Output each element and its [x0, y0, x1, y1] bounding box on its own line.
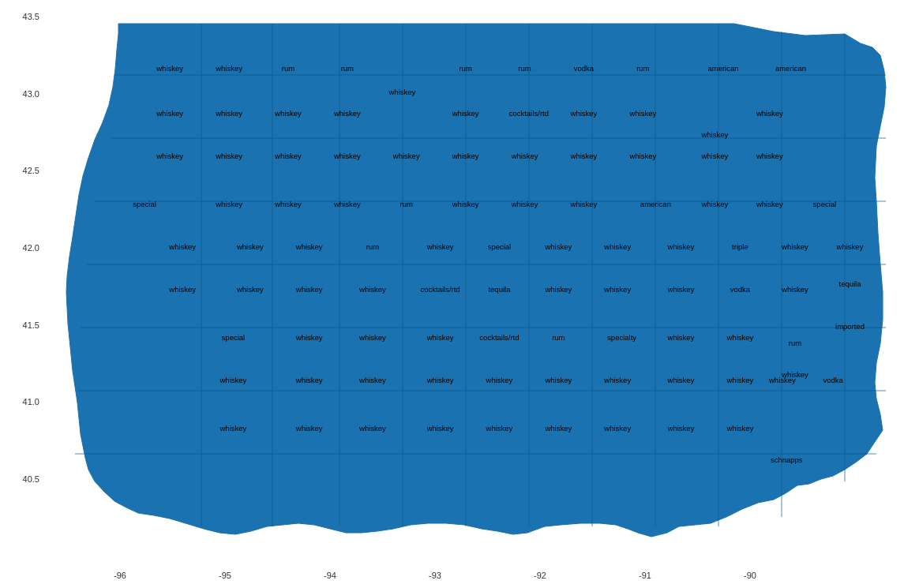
chart-container: 43.5 43.0 42.5 42.0 41.5 41.0 40.5: [0, 0, 904, 588]
county-label: special: [133, 200, 156, 208]
county-label: whiskey: [512, 152, 538, 160]
county-label: tequila: [488, 285, 510, 294]
county-label: rum: [552, 332, 565, 341]
county-label: whiskey: [629, 152, 656, 160]
county-label: whiskey: [237, 242, 264, 251]
county-label: imported: [835, 322, 865, 331]
county-label: whiskey: [359, 332, 386, 341]
map-area: whiskeywhiskeyrumrumrumrumvodkarumameric…: [47, 12, 892, 545]
county-label: whiskey: [726, 375, 753, 384]
county-label: special: [488, 242, 512, 251]
x-label-96: -96: [114, 571, 126, 580]
county-label: whiskey: [452, 200, 479, 208]
county-label: rum: [341, 63, 354, 72]
labels-container: whiskeywhiskeyrumrumrumrumvodkarumameric…: [47, 12, 892, 545]
county-label: whiskey: [571, 200, 598, 208]
county-label: whiskey: [604, 375, 631, 384]
x-label-92: -92: [534, 571, 546, 580]
county-label: whiskey: [359, 423, 386, 432]
county-label: rum: [282, 63, 294, 72]
county-label: whiskey: [756, 152, 783, 160]
county-label: rum: [636, 63, 649, 72]
county-label: whiskey: [486, 375, 513, 384]
county-label: whiskey: [216, 63, 242, 72]
county-label: whiskey: [452, 152, 479, 160]
county-label: whiskey: [169, 242, 196, 251]
county-label: whiskey: [452, 109, 479, 118]
county-label: cocktails/rtd: [479, 332, 519, 341]
county-label: special: [813, 200, 837, 208]
county-label: whiskey: [275, 200, 302, 208]
county-label: specialty: [607, 332, 636, 341]
county-label: whiskey: [701, 130, 728, 139]
county-label: whiskey: [359, 285, 386, 294]
county-label: whiskey: [782, 242, 808, 251]
county-label: special: [222, 332, 246, 341]
y-label-425: 42.5: [0, 166, 39, 175]
x-label-91: -91: [639, 571, 651, 580]
county-label: whiskey: [668, 332, 695, 341]
county-label: vodka: [574, 63, 594, 72]
county-label: whiskey: [275, 152, 302, 160]
county-label: vodka: [823, 375, 842, 384]
county-label: whiskey: [512, 200, 538, 208]
county-label: whiskey: [782, 370, 808, 379]
county-label: whiskey: [545, 285, 572, 294]
county-label: schnapps: [771, 455, 803, 464]
county-label: whiskey: [701, 152, 728, 160]
x-label-93: -93: [429, 571, 441, 580]
county-label: whiskey: [296, 423, 323, 432]
county-label: whiskey: [296, 242, 323, 251]
county-label: rum: [366, 242, 379, 251]
county-label: whiskey: [388, 88, 415, 96]
county-label: whiskey: [427, 375, 454, 384]
county-label: whiskey: [726, 332, 753, 341]
county-label: whiskey: [756, 109, 783, 118]
county-label: whiskey: [237, 285, 264, 294]
county-label: rum: [400, 200, 413, 208]
y-label-430: 43.0: [0, 89, 39, 99]
county-label: rum: [518, 63, 531, 72]
county-label: whiskey: [545, 242, 572, 251]
county-label: whiskey: [427, 423, 454, 432]
county-label: whiskey: [296, 332, 323, 341]
county-label: cocktails/rtd: [420, 285, 460, 294]
county-label: whiskey: [756, 200, 783, 208]
county-label: whiskey: [571, 152, 598, 160]
county-label: whiskey: [769, 375, 796, 384]
x-label-90: -90: [744, 571, 756, 580]
x-label-95: -95: [219, 571, 231, 580]
county-label: whiskey: [604, 285, 631, 294]
county-label: whiskey: [359, 375, 386, 384]
county-label: whiskey: [726, 423, 753, 432]
county-label: whiskey: [156, 109, 183, 118]
county-label: whiskey: [427, 332, 454, 341]
county-label: whiskey: [701, 200, 728, 208]
county-label: whiskey: [668, 242, 695, 251]
county-label: whiskey: [545, 375, 572, 384]
county-label: whiskey: [334, 109, 361, 118]
county-label: whiskey: [169, 285, 196, 294]
county-label: american: [775, 63, 806, 72]
county-label: whiskey: [427, 242, 454, 251]
county-label: cocktails/rtd: [509, 109, 549, 118]
county-label: whiskey: [782, 285, 808, 294]
county-label: triple: [732, 242, 748, 251]
county-label: whiskey: [629, 109, 656, 118]
county-label: whiskey: [334, 200, 361, 208]
y-label-405: 40.5: [0, 474, 39, 484]
x-label-94: -94: [324, 571, 336, 580]
county-label: whiskey: [668, 423, 695, 432]
county-label: rum: [459, 63, 471, 72]
county-label: whiskey: [156, 152, 183, 160]
y-label-410: 41.0: [0, 397, 39, 406]
county-label: whiskey: [604, 423, 631, 432]
county-label: whiskey: [219, 375, 246, 384]
county-label: whiskey: [216, 109, 242, 118]
county-label: whiskey: [571, 109, 598, 118]
county-label: vodka: [730, 285, 750, 294]
y-label-420: 42.0: [0, 243, 39, 253]
y-label-415: 41.5: [0, 320, 39, 330]
county-label: whiskey: [334, 152, 361, 160]
y-label-435: 43.5: [0, 12, 39, 21]
